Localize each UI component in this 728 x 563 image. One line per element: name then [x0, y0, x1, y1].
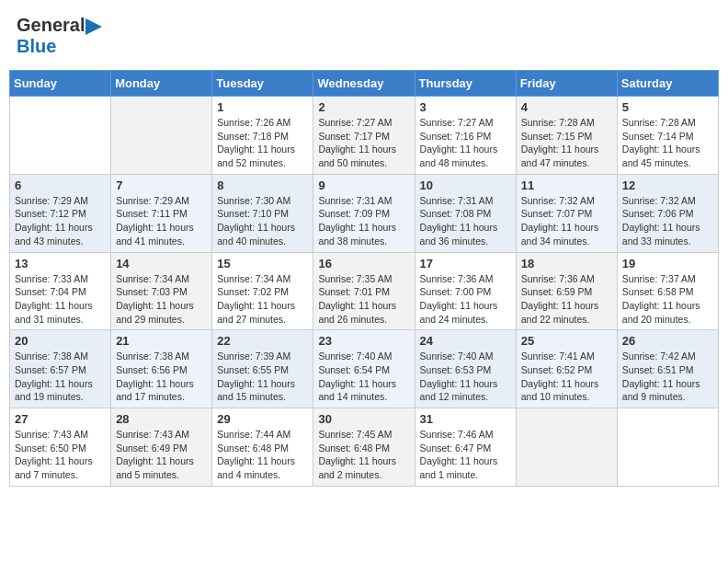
day-info: Sunrise: 7:32 AM Sunset: 7:07 PM Dayligh…	[521, 194, 612, 248]
day-info: Sunrise: 7:28 AM Sunset: 7:15 PM Dayligh…	[521, 116, 612, 170]
day-number: 14	[116, 257, 207, 270]
day-number: 22	[217, 334, 308, 348]
day-number: 15	[217, 257, 308, 270]
calendar-cell	[516, 408, 617, 487]
svg-marker-0	[85, 18, 102, 35]
day-number: 28	[116, 412, 207, 426]
calendar-cell	[10, 97, 111, 175]
day-number: 3	[420, 100, 511, 114]
calendar-cell: 9Sunrise: 7:31 AM Sunset: 7:09 PM Daylig…	[313, 174, 415, 252]
calendar-cell: 13Sunrise: 7:33 AM Sunset: 7:04 PM Dayli…	[10, 252, 111, 330]
calendar-cell	[617, 408, 718, 487]
day-number: 19	[622, 257, 713, 270]
day-number: 24	[420, 334, 511, 348]
calendar-cell: 21Sunrise: 7:38 AM Sunset: 6:56 PM Dayli…	[111, 330, 212, 408]
day-number: 7	[116, 178, 207, 192]
day-info: Sunrise: 7:40 AM Sunset: 6:53 PM Dayligh…	[420, 350, 511, 404]
day-info: Sunrise: 7:38 AM Sunset: 6:56 PM Dayligh…	[116, 350, 207, 404]
calendar-cell: 10Sunrise: 7:31 AM Sunset: 7:08 PM Dayli…	[415, 174, 516, 252]
header-friday: Friday	[516, 71, 617, 97]
day-number: 5	[622, 100, 713, 114]
calendar-cell: 14Sunrise: 7:34 AM Sunset: 7:03 PM Dayli…	[111, 252, 212, 330]
day-info: Sunrise: 7:43 AM Sunset: 6:49 PM Dayligh…	[116, 428, 207, 482]
day-info: Sunrise: 7:30 AM Sunset: 7:10 PM Dayligh…	[217, 194, 308, 248]
week-row-4: 20Sunrise: 7:38 AM Sunset: 6:57 PM Dayli…	[10, 330, 719, 408]
day-number: 2	[318, 100, 409, 114]
page-header: General Blue	[9, 9, 719, 63]
day-info: Sunrise: 7:40 AM Sunset: 6:54 PM Dayligh…	[318, 350, 409, 404]
week-row-5: 27Sunrise: 7:43 AM Sunset: 6:50 PM Dayli…	[10, 408, 719, 487]
calendar-cell: 30Sunrise: 7:45 AM Sunset: 6:48 PM Dayli…	[313, 408, 415, 487]
day-number: 1	[217, 100, 308, 114]
header-saturday: Saturday	[617, 71, 718, 97]
calendar-cell: 8Sunrise: 7:30 AM Sunset: 7:10 PM Daylig…	[212, 174, 313, 252]
day-number: 16	[318, 257, 409, 270]
day-number: 21	[116, 334, 207, 348]
day-info: Sunrise: 7:33 AM Sunset: 7:04 PM Dayligh…	[15, 272, 106, 327]
day-number: 4	[521, 100, 612, 114]
day-number: 6	[15, 178, 106, 192]
calendar-cell: 20Sunrise: 7:38 AM Sunset: 6:57 PM Dayli…	[10, 330, 111, 408]
week-row-2: 6Sunrise: 7:29 AM Sunset: 7:12 PM Daylig…	[10, 174, 719, 252]
calendar-cell: 18Sunrise: 7:36 AM Sunset: 6:59 PM Dayli…	[516, 252, 617, 330]
day-number: 17	[420, 257, 511, 270]
day-info: Sunrise: 7:27 AM Sunset: 7:16 PM Dayligh…	[420, 116, 511, 170]
day-number: 9	[318, 178, 409, 192]
day-info: Sunrise: 7:44 AM Sunset: 6:48 PM Dayligh…	[217, 428, 308, 482]
header-tuesday: Tuesday	[212, 71, 313, 97]
calendar-cell: 29Sunrise: 7:44 AM Sunset: 6:48 PM Dayli…	[212, 408, 313, 487]
day-info: Sunrise: 7:39 AM Sunset: 6:55 PM Dayligh…	[217, 350, 308, 404]
logo-text-blue: Blue	[17, 36, 56, 56]
day-info: Sunrise: 7:45 AM Sunset: 6:48 PM Dayligh…	[318, 428, 409, 482]
day-number: 23	[318, 334, 409, 348]
day-info: Sunrise: 7:29 AM Sunset: 7:11 PM Dayligh…	[116, 194, 207, 248]
day-number: 30	[318, 412, 409, 426]
day-info: Sunrise: 7:28 AM Sunset: 7:14 PM Dayligh…	[622, 116, 713, 170]
day-info: Sunrise: 7:37 AM Sunset: 6:58 PM Dayligh…	[622, 272, 713, 327]
calendar-cell: 19Sunrise: 7:37 AM Sunset: 6:58 PM Dayli…	[617, 252, 718, 330]
day-number: 20	[15, 334, 106, 348]
day-info: Sunrise: 7:31 AM Sunset: 7:09 PM Dayligh…	[318, 194, 409, 248]
day-number: 31	[420, 412, 511, 426]
calendar-cell: 26Sunrise: 7:42 AM Sunset: 6:51 PM Dayli…	[617, 330, 718, 408]
calendar-cell: 27Sunrise: 7:43 AM Sunset: 6:50 PM Dayli…	[10, 408, 111, 487]
calendar-cell: 22Sunrise: 7:39 AM Sunset: 6:55 PM Dayli…	[212, 330, 313, 408]
day-number: 18	[521, 257, 612, 270]
logo: General Blue	[17, 15, 102, 57]
day-info: Sunrise: 7:29 AM Sunset: 7:12 PM Dayligh…	[15, 194, 106, 248]
day-info: Sunrise: 7:36 AM Sunset: 7:00 PM Dayligh…	[420, 272, 511, 327]
calendar-cell: 1Sunrise: 7:26 AM Sunset: 7:18 PM Daylig…	[212, 97, 313, 175]
day-info: Sunrise: 7:43 AM Sunset: 6:50 PM Dayligh…	[15, 428, 106, 482]
calendar-cell: 15Sunrise: 7:34 AM Sunset: 7:02 PM Dayli…	[212, 252, 313, 330]
calendar-cell: 4Sunrise: 7:28 AM Sunset: 7:15 PM Daylig…	[516, 97, 617, 175]
day-number: 11	[521, 178, 612, 192]
day-info: Sunrise: 7:35 AM Sunset: 7:01 PM Dayligh…	[318, 272, 409, 327]
day-info: Sunrise: 7:32 AM Sunset: 7:06 PM Dayligh…	[622, 194, 713, 248]
calendar-cell: 2Sunrise: 7:27 AM Sunset: 7:17 PM Daylig…	[313, 97, 415, 175]
calendar-cell	[111, 97, 212, 175]
calendar-cell: 6Sunrise: 7:29 AM Sunset: 7:12 PM Daylig…	[10, 174, 111, 252]
calendar-cell: 3Sunrise: 7:27 AM Sunset: 7:16 PM Daylig…	[415, 97, 516, 175]
day-number: 8	[217, 178, 308, 192]
week-row-1: 1Sunrise: 7:26 AM Sunset: 7:18 PM Daylig…	[10, 97, 719, 175]
calendar-cell: 23Sunrise: 7:40 AM Sunset: 6:54 PM Dayli…	[313, 330, 415, 408]
day-info: Sunrise: 7:34 AM Sunset: 7:03 PM Dayligh…	[116, 272, 207, 327]
day-number: 12	[622, 178, 713, 192]
calendar-cell: 31Sunrise: 7:46 AM Sunset: 6:47 PM Dayli…	[415, 408, 516, 487]
day-number: 25	[521, 334, 612, 348]
header-thursday: Thursday	[415, 71, 516, 97]
calendar-cell: 12Sunrise: 7:32 AM Sunset: 7:06 PM Dayli…	[617, 174, 718, 252]
calendar-cell: 25Sunrise: 7:41 AM Sunset: 6:52 PM Dayli…	[516, 330, 617, 408]
day-info: Sunrise: 7:42 AM Sunset: 6:51 PM Dayligh…	[622, 350, 713, 404]
calendar-cell: 16Sunrise: 7:35 AM Sunset: 7:01 PM Dayli…	[313, 252, 415, 330]
header-sunday: Sunday	[10, 71, 111, 97]
logo-arrow-icon	[85, 18, 102, 35]
day-info: Sunrise: 7:36 AM Sunset: 6:59 PM Dayligh…	[521, 272, 612, 327]
day-number: 27	[15, 412, 106, 426]
header-wednesday: Wednesday	[313, 71, 415, 97]
day-info: Sunrise: 7:26 AM Sunset: 7:18 PM Dayligh…	[217, 116, 308, 170]
day-info: Sunrise: 7:41 AM Sunset: 6:52 PM Dayligh…	[521, 350, 612, 404]
calendar-cell: 17Sunrise: 7:36 AM Sunset: 7:00 PM Dayli…	[415, 252, 516, 330]
logo-text-general: General	[17, 15, 85, 36]
day-number: 10	[420, 178, 511, 192]
